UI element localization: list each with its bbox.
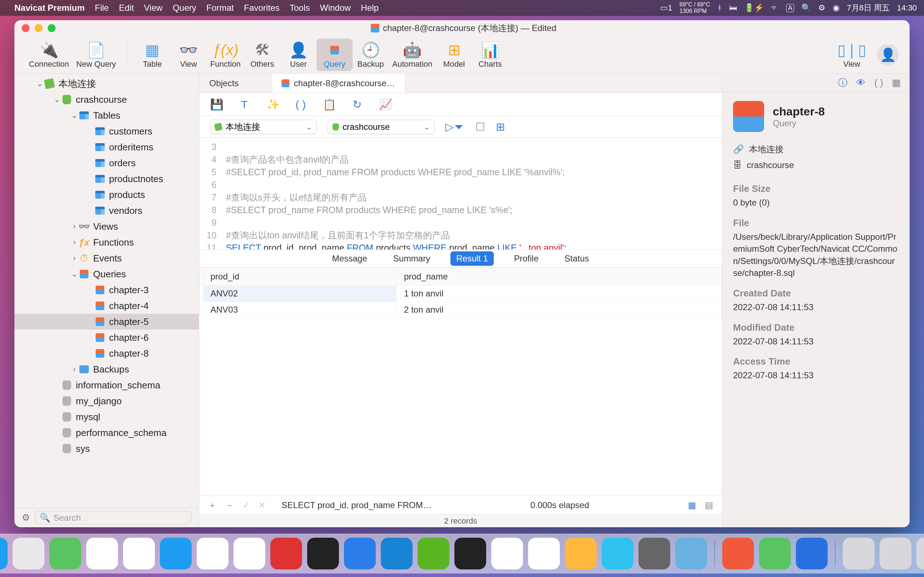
dock-sourcetree[interactable] <box>381 538 412 569</box>
result-tab-profile[interactable]: Profile <box>508 251 544 266</box>
result-tab-message[interactable]: Message <box>326 251 373 266</box>
menu-view[interactable]: View <box>144 3 163 13</box>
tree-queries-folder[interactable]: ⌄Queries <box>15 266 199 282</box>
tree-table-orders[interactable]: orders <box>15 155 199 171</box>
tree-tables-folder[interactable]: ⌄Tables <box>15 108 199 123</box>
info-connection-link[interactable]: 🔗本地连接 <box>733 143 899 155</box>
dock-pycharm[interactable] <box>307 538 339 569</box>
menu-help[interactable]: Help <box>361 3 379 13</box>
brackets-button[interactable]: ( ) <box>294 98 307 111</box>
dock-facetime[interactable] <box>759 538 791 569</box>
toolbar-charts[interactable]: 📊Charts <box>472 39 508 71</box>
dock-navicat[interactable] <box>722 538 754 569</box>
dock-finder[interactable] <box>0 538 8 569</box>
grid-commit[interactable]: ✓ <box>242 500 250 510</box>
chart-button[interactable]: 📈 <box>379 98 391 111</box>
database-selector[interactable]: crashcourse⌄ <box>328 120 435 134</box>
tree-functions-folder[interactable]: ›ƒxFunctions <box>15 234 199 250</box>
tree-table-vendors[interactable]: vendors <box>15 203 199 219</box>
sql-editor[interactable]: 34567891011 #查询产品名中包含anvil的产品 #SELECT pr… <box>199 138 722 250</box>
result-tab-status[interactable]: Status <box>559 251 595 266</box>
column-header[interactable]: prod_id <box>203 268 397 285</box>
dock-settings[interactable] <box>638 538 670 569</box>
tree-table-orderitems[interactable]: orderitems <box>15 139 199 155</box>
status-app-icon[interactable]: ▭ 1 <box>660 3 672 13</box>
dock-notes[interactable] <box>123 538 155 569</box>
sidebar-search[interactable]: 🔍 Search <box>35 511 192 524</box>
sidebar-settings-icon[interactable]: ⚙ <box>22 512 30 523</box>
ddl-icon[interactable]: ( ) <box>874 77 883 89</box>
dock-evernote[interactable] <box>418 538 449 569</box>
toolbar-function[interactable]: ƒ(x)Function <box>207 39 244 71</box>
tree-query-chapter-5[interactable]: chapter-5 <box>15 314 199 330</box>
dock-launchpad[interactable] <box>13 538 44 569</box>
toolbar-panel-view[interactable]: ▯ | ▯View <box>834 39 870 71</box>
window-close-button[interactable] <box>22 24 30 32</box>
tree-table-customers[interactable]: customers <box>15 123 199 139</box>
dock-terminal[interactable] <box>454 538 486 569</box>
explain-button[interactable]: ↻ <box>351 98 363 111</box>
stop-button[interactable]: ☐ <box>475 121 485 133</box>
table-row[interactable]: ANV021 ton anvil <box>200 285 722 302</box>
menu-tools[interactable]: Tools <box>289 3 310 13</box>
grid-add-row[interactable]: ＋ <box>208 500 216 511</box>
run-button[interactable]: ▷⏷ <box>446 121 465 133</box>
menu-format[interactable]: Format <box>207 3 234 13</box>
dock-appstore[interactable] <box>160 538 192 569</box>
grid-form-icon[interactable]: ▤ <box>705 500 713 510</box>
toolbar-query[interactable]: Query <box>317 39 353 71</box>
info-icon[interactable]: ⓘ <box>838 76 848 89</box>
toolbar-view[interactable]: 👓View <box>170 39 207 71</box>
dock-browser[interactable] <box>565 538 597 569</box>
grid-delete-row[interactable]: － <box>225 500 234 511</box>
window-zoom-button[interactable] <box>48 24 56 32</box>
result-tab-result1[interactable]: Result 1 <box>451 251 494 266</box>
tree-database-my_django[interactable]: my_django <box>15 393 199 409</box>
dnd-icon[interactable]: 🛏 <box>729 3 737 13</box>
window-minimize-button[interactable] <box>35 24 43 32</box>
siri-icon[interactable]: ◉ <box>833 3 840 13</box>
dock-photos[interactable] <box>86 538 118 569</box>
format-button[interactable]: T <box>238 98 250 111</box>
menubar-date[interactable]: 7月8日 周五 <box>847 3 890 13</box>
tree-events-folder[interactable]: ›⏱Events <box>15 250 199 266</box>
dock-chrome[interactable] <box>528 538 560 569</box>
connection-tree[interactable]: ⌄本地连接 ⌄crashcourse ⌄Tables customersorde… <box>15 74 199 508</box>
result-tab-summary[interactable]: Summary <box>387 251 436 266</box>
control-center-icon[interactable]: ⚙ <box>818 3 825 13</box>
dock-todesk[interactable] <box>796 538 828 569</box>
dock-trash[interactable] <box>916 538 924 569</box>
toolbar-automation[interactable]: 🤖Automation <box>389 39 436 71</box>
toolbar-model[interactable]: ⊞Model <box>436 39 472 71</box>
column-header[interactable]: prod_name <box>397 268 656 285</box>
menubar-time[interactable]: 14:30 <box>897 3 917 13</box>
grid-icon[interactable]: ▦ <box>892 77 901 89</box>
tab-query-chapter8[interactable]: chapter-8@crashcourse… <box>271 74 405 93</box>
grid-cancel[interactable]: ✕ <box>258 500 266 510</box>
tree-database-sys[interactable]: sys <box>15 441 199 456</box>
tree-table-productnotes[interactable]: productnotes <box>15 171 199 187</box>
save-button[interactable]: 💾 <box>210 98 222 111</box>
tree-database-performance_schema[interactable]: performance_schema <box>15 425 199 441</box>
tree-database-information_schema[interactable]: information_schema <box>15 377 199 393</box>
dock-wechat[interactable] <box>234 538 265 569</box>
menu-edit[interactable]: Edit <box>119 3 134 13</box>
code-area[interactable]: #查询产品名中包含anvil的产品 #SELECT prod_id, prod_… <box>221 138 722 250</box>
dock-vscode[interactable] <box>344 538 376 569</box>
table-cell[interactable]: ANV02 <box>203 285 397 302</box>
tree-connection[interactable]: ⌄本地连接 <box>15 76 199 92</box>
wifi-icon[interactable]: ᯤ <box>771 3 779 13</box>
dock-downloads[interactable] <box>843 538 874 569</box>
tree-query-chapter-4[interactable]: chapter-4 <box>15 298 199 314</box>
menubar-app-name[interactable]: Navicat Premium <box>15 3 85 13</box>
snippet-button[interactable]: 📋 <box>323 98 335 111</box>
bluetooth-icon[interactable]: ᚼ <box>717 3 722 13</box>
tree-query-chapter-6[interactable]: chapter-6 <box>15 330 199 345</box>
input-source-icon[interactable]: A <box>786 4 794 12</box>
toolbar-user[interactable]: 👤User <box>281 39 317 71</box>
explain-plan-button[interactable]: ⊞ <box>496 121 505 133</box>
dock-preview[interactable] <box>675 538 707 569</box>
toolbar-table[interactable]: ▦Table <box>134 39 170 71</box>
menu-query[interactable]: Query <box>173 3 196 13</box>
preview-icon[interactable]: 👁 <box>856 77 866 89</box>
